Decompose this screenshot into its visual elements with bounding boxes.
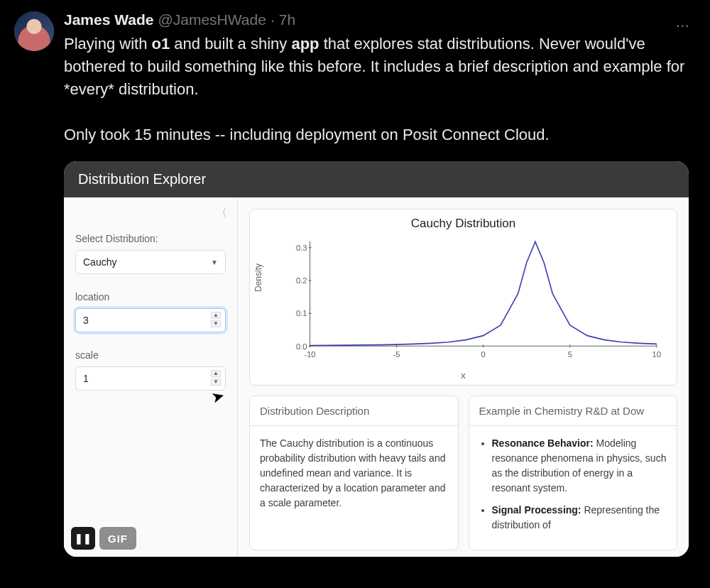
svg-text:0.1: 0.1 xyxy=(296,310,307,318)
distribution-select[interactable]: Cauchy ▼ xyxy=(75,250,226,274)
scale-value: 1 xyxy=(83,373,89,384)
location-input[interactable]: 3 ▲▼ xyxy=(75,308,226,332)
svg-text:0.0: 0.0 xyxy=(296,342,307,351)
svg-text:0.3: 0.3 xyxy=(296,244,307,252)
x-axis-label: x xyxy=(256,370,671,381)
chart-card: Cauchy Distribution Density 0.00.10.20.3… xyxy=(249,209,677,386)
svg-text:-10: -10 xyxy=(304,350,315,359)
scale-input[interactable]: 1 ▲▼ xyxy=(75,366,226,391)
svg-text:-5: -5 xyxy=(393,350,400,359)
distribution-select-value: Cauchy xyxy=(83,256,116,268)
gif-controls: ❚❚ GIF xyxy=(71,527,136,550)
location-value: 3 xyxy=(83,315,89,326)
main-panel: Cauchy Distribution Density 0.00.10.20.3… xyxy=(238,197,689,557)
description-body: The Cauchy distribution is a continuous … xyxy=(250,426,458,521)
svg-text:0: 0 xyxy=(481,350,486,359)
collapse-icon[interactable]: 〈 xyxy=(216,206,227,221)
sidebar: 〈 Select Distribution: Cauchy ▼ location… xyxy=(64,197,238,557)
author-name[interactable]: James Wade xyxy=(64,11,153,28)
pause-button[interactable]: ❚❚ xyxy=(71,527,95,550)
svg-text:10: 10 xyxy=(652,350,661,359)
description-header: Distribution Description xyxy=(250,396,458,426)
chart-svg: 0.00.10.20.3 -10-50510 xyxy=(288,234,664,369)
app-body: 〈 Select Distribution: Cauchy ▼ location… xyxy=(64,197,689,557)
example-body: Resonance Behavior: Modeling resonance p… xyxy=(469,426,677,550)
author-handle[interactable]: @JamesHWade xyxy=(158,11,266,28)
location-stepper[interactable]: ▲▼ xyxy=(211,312,221,327)
tweet: James Wade @JamesHWade · 7h Playing with… xyxy=(0,0,710,557)
embedded-media[interactable]: Distribution Explorer 〈 Select Distribut… xyxy=(64,161,689,557)
y-axis-label: Density xyxy=(253,263,263,292)
location-label: location xyxy=(75,291,226,303)
example-header: Example in Chemistry R&D at Dow xyxy=(469,396,677,426)
gif-badge: GIF xyxy=(99,527,136,550)
tweet-header: James Wade @JamesHWade · 7h xyxy=(64,11,696,28)
example-card: Example in Chemistry R&D at Dow Resonanc… xyxy=(469,396,678,550)
svg-text:0.2: 0.2 xyxy=(296,276,307,285)
more-button[interactable]: ··· xyxy=(677,20,690,33)
tweet-text: Playing with o1 and built a shiny app th… xyxy=(64,33,696,146)
scale-label: scale xyxy=(75,349,226,361)
scale-stepper[interactable]: ▲▼ xyxy=(211,370,221,386)
chart-title: Cauchy Distribution xyxy=(256,217,671,231)
svg-text:5: 5 xyxy=(568,350,572,359)
avatar[interactable] xyxy=(14,11,54,51)
select-distribution-label: Select Distribution: xyxy=(75,233,226,244)
app-title: Distribution Explorer xyxy=(64,161,689,197)
separator-dot: · xyxy=(271,11,275,28)
description-card: Distribution Description The Cauchy dist… xyxy=(249,396,459,550)
chevron-down-icon: ▼ xyxy=(211,258,218,266)
timestamp[interactable]: 7h xyxy=(279,11,295,28)
